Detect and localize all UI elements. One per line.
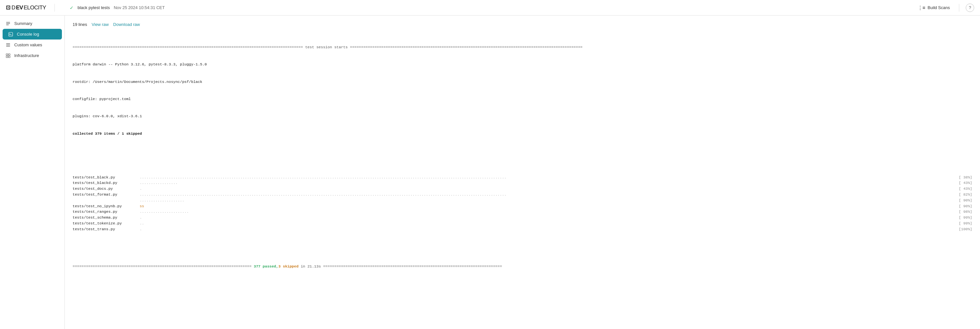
help-button[interactable]: ? <box>966 3 974 12</box>
logo-text-elocity: ELOCITY <box>24 5 46 11</box>
test-row-pct: [ 90%] <box>955 197 972 203</box>
console-line3: configfile: pyproject.toml <box>73 96 972 102</box>
svg-rect-5 <box>6 43 10 44</box>
sidebar-custom-values-label: Custom values <box>14 43 42 47</box>
svg-rect-6 <box>6 45 10 45</box>
test-row-name: tests/test_docs.py <box>73 186 137 192</box>
custom-values-icon <box>5 43 11 47</box>
lines-count: 19 lines <box>73 22 87 27</box>
test-row-name: tests/test_no_ipynb.py <box>73 203 137 209</box>
build-scans-button[interactable]: ⋮≡ Build Scans <box>915 3 953 12</box>
skipped-count: 3 skipped <box>278 264 299 269</box>
check-icon: ✓ <box>70 5 73 10</box>
svg-rect-11 <box>8 56 10 58</box>
download-raw-link[interactable]: Download raw <box>113 22 140 27</box>
svg-rect-2 <box>6 25 9 25</box>
test-row-name: tests/test_format.py <box>73 192 137 197</box>
test-rows: tests/test_black.py ....................… <box>73 175 972 232</box>
test-row: tests/test_no_ipynb.py ss[ 90%] <box>73 203 972 209</box>
test-row-pct: [ 98%] <box>955 209 972 215</box>
test-row-name: tests/test_black.py <box>73 175 137 180</box>
help-icon: ? <box>969 5 971 10</box>
blank-line <box>73 148 972 151</box>
test-row-dots: ................. <box>137 180 955 186</box>
sidebar-item-infrastructure[interactable]: Infrastructure <box>0 50 65 61</box>
console-summary-line: ========================================… <box>73 264 972 269</box>
test-row: tests/test_ranges.py ...................… <box>73 209 972 215</box>
test-row-name <box>73 197 137 203</box>
build-info: black pytest tests Nov 25 2024 10:54:31 … <box>78 5 165 10</box>
test-row-pct: [ 43%] <box>955 180 972 186</box>
sidebar-summary-label: Summary <box>14 21 32 26</box>
summary-icon <box>5 21 11 26</box>
skipped-marker: ss <box>140 204 144 208</box>
console-line1: platform darwin -- Python 3.12.6, pytest… <box>73 62 972 67</box>
app-header: ⊡ DEVELOCITY ✓ black pytest tests Nov 25… <box>0 0 980 16</box>
logo-text-ev: EV <box>16 5 23 11</box>
test-row-dots: ........................................… <box>137 192 955 197</box>
test-row-name: tests/test_tokenize.py <box>73 221 137 226</box>
sidebar: Summary Console log Custom values <box>0 16 65 329</box>
test-row: tests/test_format.py ...................… <box>73 192 972 197</box>
main-content: 19 lines View raw Download raw =========… <box>65 16 980 329</box>
passed-count: 377 passed, <box>254 264 278 269</box>
svg-rect-10 <box>6 56 8 58</box>
header-div1 <box>54 4 55 12</box>
svg-rect-3 <box>9 32 13 36</box>
test-row-pct: [ 90%] <box>955 203 972 209</box>
test-row-dots: .................... <box>137 197 955 203</box>
test-row-name: tests/test_blackd.py <box>73 180 137 186</box>
logo-text-dev: D <box>12 5 16 11</box>
test-row-dots: . <box>137 226 955 232</box>
console-log-icon <box>8 32 14 37</box>
sidebar-infrastructure-label: Infrastructure <box>14 53 39 58</box>
test-row: ....................[ 90%] <box>73 197 972 203</box>
console-line2: rootdir: /Users/martin/Documents/Project… <box>73 79 972 85</box>
console-separator-start: ========================================… <box>73 45 972 50</box>
lines-bar: 19 lines View raw Download raw <box>73 22 972 27</box>
svg-rect-7 <box>6 46 10 47</box>
app-logo: ⊡ DEVELOCITY <box>6 4 46 11</box>
test-row-dots: ss <box>137 203 955 209</box>
sidebar-item-custom-values[interactable]: Custom values <box>0 40 65 50</box>
svg-rect-9 <box>8 54 10 56</box>
build-label: black pytest tests <box>78 5 110 10</box>
svg-rect-8 <box>6 54 8 56</box>
test-row-name: tests/test_trans.py <box>73 226 137 232</box>
test-row-pct: [ 82%] <box>955 192 972 197</box>
app-layout: Summary Console log Custom values <box>0 16 980 329</box>
sidebar-item-summary[interactable]: Summary <box>0 18 65 29</box>
console-output: ========================================… <box>73 33 972 281</box>
test-row-pct: [ 99%] <box>955 221 972 226</box>
view-raw-link[interactable]: View raw <box>92 22 109 27</box>
test-row-dots: . <box>137 186 955 192</box>
test-row: tests/test_black.py ....................… <box>73 175 972 180</box>
test-row-dots: ...................... <box>137 209 955 215</box>
test-row: tests/test_blackd.py .................[ … <box>73 180 972 186</box>
infrastructure-icon <box>5 53 11 58</box>
test-row: tests/test_schema.py .[ 99%] <box>73 215 972 221</box>
test-row-dots: .. <box>137 221 955 226</box>
test-row: tests/test_trans.py .[100%] <box>73 226 972 232</box>
test-row-dots: . <box>137 215 955 221</box>
console-line4: plugins: cov-6.0.0, xdist-3.6.1 <box>73 113 972 119</box>
test-row-name: tests/test_schema.py <box>73 215 137 221</box>
test-row-pct: [100%] <box>955 226 972 232</box>
build-scans-icon: ⋮≡ <box>918 5 926 11</box>
test-row-name: tests/test_ranges.py <box>73 209 137 215</box>
test-row: tests/test_docs.py .[ 43%] <box>73 186 972 192</box>
test-row-dots: ........................................… <box>137 175 955 180</box>
test-row-pct: [ 99%] <box>955 215 972 221</box>
test-row: tests/test_tokenize.py ..[ 99%] <box>73 221 972 226</box>
blank-line2 <box>73 250 972 252</box>
test-row-pct: [ 43%] <box>955 186 972 192</box>
svg-rect-0 <box>6 22 10 23</box>
test-row-pct: [ 38%] <box>955 175 972 180</box>
sidebar-item-console-log[interactable]: Console log <box>3 29 62 40</box>
sidebar-console-log-label: Console log <box>17 32 39 37</box>
logo-icon: ⊡ <box>6 4 10 11</box>
svg-rect-1 <box>6 23 10 24</box>
build-scans-label: Build Scans <box>928 5 950 10</box>
build-date: Nov 25 2024 10:54:31 CET <box>114 5 165 10</box>
console-collected: collected 379 items / 1 skipped <box>73 131 972 137</box>
